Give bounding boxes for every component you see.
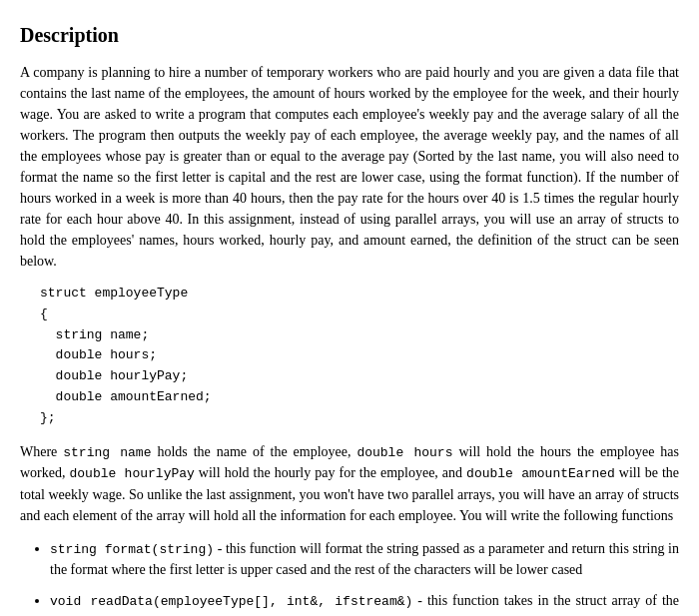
intro-paragraph: A company is planning to hire a number o…: [20, 62, 679, 272]
list-item-format: string format(string) - this function wi…: [50, 538, 679, 581]
page-title: Description: [20, 20, 679, 50]
code-readdata-function: void readData(employeeType[], int&, ifst…: [50, 594, 412, 609]
functions-list: string format(string) - this function wi…: [40, 538, 679, 616]
code-double-hours: double hours: [356, 445, 452, 460]
after-struct-paragraph: Where string name holds the name of the …: [20, 441, 679, 526]
code-double-hourly-pay: double hourlyPay: [70, 466, 195, 481]
code-string-name: string name: [63, 445, 151, 460]
code-format-function: string format(string): [50, 542, 214, 557]
code-double-amount-earned: double amountEarned: [466, 466, 615, 481]
list-item-readdata: void readData(employeeType[], int&, ifst…: [50, 590, 679, 616]
struct-code-block: struct employeeType { string name; doubl…: [40, 284, 679, 429]
